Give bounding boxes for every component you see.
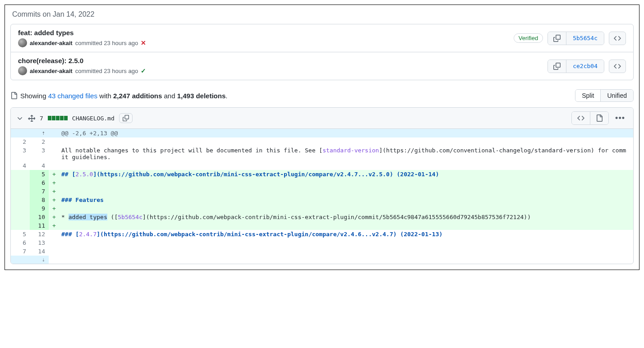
diff-line-added: 8+### Features	[11, 196, 633, 204]
commit-row: feat: added types alexander-akait commit…	[11, 24, 633, 52]
unified-view-button[interactable]: Unified	[601, 90, 633, 101]
browse-code-button[interactable]	[609, 60, 626, 73]
diff-view-toggle: Split Unified	[575, 89, 634, 102]
expand-up-icon[interactable]: ⇡	[11, 129, 49, 137]
commit-author[interactable]: alexander-akait	[30, 68, 73, 74]
expand-down-row[interactable]: ⇣	[11, 256, 633, 264]
diff-summary-row: Showing 43 changed files with 2,247 addi…	[10, 89, 634, 102]
file-view-toggle	[571, 111, 609, 125]
commits-date-header: Commits on Jan 14, 2022	[10, 10, 634, 18]
commit-time: committed 23 hours ago	[75, 68, 138, 74]
diff-line-added: 6+	[11, 179, 633, 187]
copy-sha-button[interactable]	[548, 32, 566, 45]
diff-table: ⇡ @@ -2,6 +2,13 @@ 22 33All notable chan…	[11, 129, 633, 264]
sha-group: ce2cb04	[547, 60, 604, 73]
sha-group: 5b5654c	[547, 32, 604, 45]
diff-line: 714	[11, 247, 633, 256]
diffstat-count: 7	[40, 115, 43, 122]
copy-sha-button[interactable]	[548, 60, 566, 73]
status-fail-icon[interactable]: ✕	[141, 39, 146, 46]
diff-line: 44	[11, 161, 633, 170]
commit-sha-link[interactable]: ce2cb04	[566, 60, 604, 73]
diff-line-added: 5+## [2.5.0](https://github.com/webpack-…	[11, 170, 633, 179]
filename[interactable]: CHANGELOG.md	[72, 115, 115, 122]
commit-title[interactable]: chore(release): 2.5.0	[18, 57, 547, 64]
file-menu-button[interactable]: •••	[612, 114, 628, 123]
diff-line-added: 10+* added types ([5b5654c](https://gith…	[11, 213, 633, 221]
diff-line: 613	[11, 238, 633, 247]
verified-badge[interactable]: Verified	[514, 33, 543, 43]
diff-line: 512### [2.4.7](https://github.com/webpac…	[11, 230, 633, 238]
summary-text: Showing 43 changed files with 2,247 addi…	[20, 92, 227, 100]
rendered-view-button[interactable]	[590, 112, 608, 124]
commit-meta: alexander-akait committed 23 hours ago ✓	[18, 66, 547, 75]
diff-line: 22	[11, 137, 633, 146]
commit-author[interactable]: alexander-akait	[30, 40, 73, 46]
commits-list: feat: added types alexander-akait commit…	[10, 24, 634, 80]
expand-all-icon[interactable]	[28, 114, 35, 122]
diff-line: 33All notable changes to this project wi…	[11, 146, 633, 161]
source-view-button[interactable]	[572, 112, 590, 124]
commit-title[interactable]: feat: added types	[18, 29, 514, 37]
avatar[interactable]	[18, 38, 27, 47]
diff-line-added: 9+	[11, 204, 633, 213]
diff-line-added: 7+	[11, 187, 633, 196]
diff-file-header: 7 CHANGELOG.md •••	[11, 108, 633, 129]
hunk-header-row: ⇡ @@ -2,6 +2,13 @@	[11, 129, 633, 137]
copy-path-button[interactable]	[119, 113, 133, 123]
status-success-icon[interactable]: ✓	[141, 67, 146, 74]
diffstat-squares	[48, 116, 68, 120]
commit-row: chore(release): 2.5.0 alexander-akait co…	[11, 52, 633, 80]
page-container: Commits on Jan 14, 2022 feat: added type…	[5, 5, 639, 270]
browse-code-button[interactable]	[609, 32, 626, 45]
changed-files-link[interactable]: 43 changed files	[48, 92, 97, 100]
file-diff-icon	[10, 92, 18, 99]
commit-meta: alexander-akait committed 23 hours ago ✕	[18, 38, 514, 47]
collapse-chevron-icon[interactable]	[16, 114, 23, 122]
commit-time: committed 23 hours ago	[75, 40, 138, 46]
hunk-text: @@ -2,6 +2,13 @@	[58, 129, 633, 137]
diff-line-added: 11+	[11, 221, 633, 230]
commit-sha-link[interactable]: 5b5654c	[566, 32, 604, 45]
avatar[interactable]	[18, 66, 27, 75]
diff-file: 7 CHANGELOG.md •••	[10, 107, 634, 264]
split-view-button[interactable]: Split	[575, 90, 601, 101]
